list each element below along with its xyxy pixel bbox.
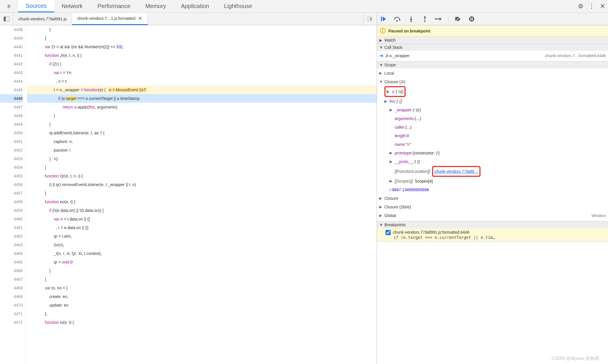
tab-memory[interactable]: Memory	[138, 0, 173, 12]
step-over-icon[interactable]	[393, 15, 402, 23]
svg-marker-12	[423, 16, 426, 18]
callstack-frame[interactable]: ➔ Jr.o._wrapper chunk-vendors.7…formatte…	[377, 51, 608, 60]
scope-prop-name[interactable]: ▶name: "n"	[377, 140, 608, 149]
scope-group-closure-jr[interactable]: ▼Closure (Jr)	[377, 78, 608, 86]
current-frame-icon: ➔	[379, 51, 384, 60]
scope-prop-arguments[interactable]: ▶arguments: (...)	[377, 114, 608, 123]
file-tab-0[interactable]: chunk-vendors.77daf991.js	[13, 13, 72, 25]
gear-icon[interactable]: ⚙	[575, 1, 586, 12]
svg-point-13	[424, 20, 426, 22]
svg-marker-5	[383, 17, 386, 21]
tab-application[interactable]: Application	[174, 0, 217, 12]
info-icon: ⓘ	[380, 27, 386, 35]
breakpoint-item[interactable]: chunk-vendors.77daf991.js:formatted:4446…	[377, 228, 608, 241]
watch-section-header[interactable]: ▶Watch	[377, 37, 608, 44]
scope-prop-length[interactable]: ▶length: 0	[377, 131, 608, 140]
svg-point-7	[396, 20, 398, 22]
scope-prop-o[interactable]: ▶o: ƒ n()	[377, 86, 608, 97]
scope-prop-prototype[interactable]: ▶prototype: {constructor: ƒ}	[377, 149, 608, 157]
tab-network[interactable]: Network	[54, 0, 90, 12]
scope-group-closure-2b0e[interactable]: ▶Closure (2b0e)	[377, 203, 608, 211]
svg-rect-21	[472, 18, 473, 20]
svg-marker-15	[439, 18, 442, 20]
tab-lighthouse[interactable]: Lighthouse	[216, 0, 260, 12]
scope-group-local[interactable]: ▶Local	[377, 69, 608, 78]
svg-marker-9	[410, 19, 413, 20]
scope-group-closure[interactable]: ▶Closure	[377, 194, 608, 203]
step-into-icon[interactable]	[407, 15, 415, 23]
scope-prop-function-location[interactable]: ▶[[FunctionLocation]]: chunk-vendors.77d…	[377, 166, 608, 177]
resume-icon[interactable]	[379, 15, 388, 23]
svg-rect-1	[4, 17, 6, 21]
scope-prop-wrapper[interactable]: ▶▶_wrapper: ƒ (e)	[377, 106, 608, 114]
svg-marker-6	[399, 19, 401, 21]
svg-point-10	[411, 20, 412, 22]
scope-prop-scopes[interactable]: ▶[[Scopes]]: Scopes[4]	[377, 177, 608, 185]
callstack-section-header[interactable]: ▼Call Stack	[377, 44, 608, 51]
breakpoints-section-header[interactable]: ▼Breakpoints	[377, 221, 608, 228]
scope-group-global[interactable]: ▶GlobalWindow	[377, 211, 608, 220]
svg-rect-4	[381, 17, 382, 21]
debugger-toolbar	[377, 13, 608, 25]
run-snippet-icon[interactable]	[363, 13, 377, 25]
file-tab-1[interactable]: chunk-vendors.7…1.js:formatted ✕	[72, 13, 148, 25]
scope-prop-caller[interactable]: ▶caller: (...)	[377, 123, 608, 131]
pause-on-exceptions-icon[interactable]	[467, 15, 476, 23]
scope-prop-r[interactable]: ▶r: 9847.134999999998	[377, 185, 608, 194]
step-out-icon[interactable]	[421, 15, 429, 23]
paused-banner: ⓘ Paused on breakpoint	[377, 25, 608, 37]
tab-e[interactable]: e	[0, 0, 18, 12]
kebab-icon[interactable]: ⋮	[586, 1, 597, 12]
code-editor[interactable]: 4438443944404441444244434444444544464447…	[0, 25, 377, 364]
svg-rect-20	[470, 18, 471, 20]
devtools-tabbar: e Sources Network Performance Memory App…	[0, 0, 608, 13]
close-icon[interactable]: ✕	[138, 15, 142, 22]
tab-performance[interactable]: Performance	[90, 0, 138, 12]
step-icon[interactable]	[434, 15, 443, 23]
scope-section-header[interactable]: ▼Scope	[377, 61, 608, 68]
function-location-link[interactable]: chunk-vendors.77daf9…	[434, 167, 478, 176]
breakpoint-checkbox[interactable]	[386, 230, 391, 235]
scope-prop-proto[interactable]: ▶__proto__: ƒ ()	[377, 157, 608, 166]
svg-point-19	[469, 16, 474, 22]
close-icon[interactable]: ✕	[597, 1, 608, 12]
scope-prop-fns[interactable]: ▶fns: ƒ ()	[377, 97, 608, 106]
deactivate-breakpoints-icon[interactable]	[454, 15, 462, 23]
watermark: CSDN @Moses-架构师	[552, 356, 599, 362]
tab-sources[interactable]: Sources	[18, 0, 54, 12]
svg-point-16	[435, 18, 437, 20]
navigator-toggle-icon[interactable]	[0, 13, 13, 25]
file-tabbar: chunk-vendors.77daf991.js chunk-vendors.…	[0, 13, 377, 25]
